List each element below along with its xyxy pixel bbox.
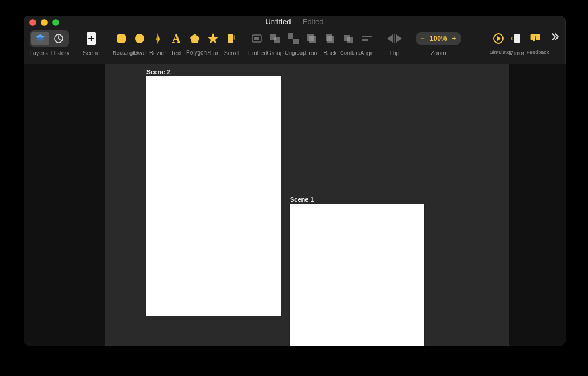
svg-rect-15: [288, 33, 293, 39]
play-circle-icon: [492, 32, 505, 45]
zoom-value[interactable]: 100%: [430, 34, 447, 43]
star-label: Star: [204, 49, 222, 56]
front-label: Front: [303, 49, 320, 56]
scroll-icon: [225, 32, 238, 45]
rectangle-icon: [115, 32, 127, 45]
mirror-label: Mirror: [508, 49, 525, 56]
svg-rect-14: [274, 37, 280, 43]
scene-2-artboard[interactable]: [146, 76, 281, 316]
svg-text:A: A: [172, 32, 181, 45]
oval-icon: [133, 32, 146, 45]
star-icon: [207, 32, 219, 45]
scene-1-artboard[interactable]: [290, 204, 424, 346]
polygon-label: Polygon: [186, 49, 203, 56]
clock-icon: [53, 33, 64, 44]
svg-rect-32: [535, 38, 536, 40]
front-button[interactable]: [303, 30, 320, 47]
scene-label: Scene: [83, 49, 100, 56]
scene-1-label[interactable]: Scene 1: [290, 196, 314, 203]
document-status: — Edited: [293, 17, 324, 26]
svg-rect-10: [234, 35, 235, 40]
fullscreen-window-button[interactable]: [52, 19, 59, 26]
layers-tab[interactable]: [31, 32, 49, 45]
titlebar: Untitled — Edited: [24, 16, 566, 28]
bezier-icon: [152, 32, 164, 45]
back-button[interactable]: [322, 30, 339, 47]
zoom-out-button[interactable]: −: [419, 34, 426, 43]
flip-icon: [386, 33, 403, 44]
group-button[interactable]: [266, 30, 284, 47]
front-icon: [305, 32, 318, 45]
document-title: Untitled: [265, 17, 291, 26]
toolbar-overflow-button[interactable]: [550, 29, 561, 41]
combine-button[interactable]: [340, 30, 357, 47]
ungroup-icon: [287, 32, 300, 45]
zoom-in-button[interactable]: +: [451, 34, 458, 43]
window-controls: [29, 19, 59, 26]
history-tab[interactable]: [49, 32, 68, 45]
back-label: Back: [322, 49, 339, 56]
combine-icon: [342, 32, 355, 45]
svg-rect-4: [117, 34, 126, 43]
panel-segmented-control: [30, 30, 69, 47]
align-icon: [361, 32, 373, 45]
svg-point-5: [135, 34, 144, 43]
svg-marker-26: [396, 34, 402, 43]
group-icon: [269, 32, 281, 45]
embed-button[interactable]: [248, 30, 265, 47]
minimize-window-button[interactable]: [41, 19, 48, 26]
feedback-button[interactable]: [527, 30, 544, 47]
canvas-area[interactable]: Scene 2 Scene 1: [105, 64, 509, 346]
bezier-label: Bezier: [149, 49, 167, 56]
polygon-tool[interactable]: [186, 30, 203, 47]
zoom-label: Zoom: [419, 49, 457, 56]
app-window: Untitled — Edited: [24, 16, 566, 346]
close-window-button[interactable]: [29, 19, 36, 26]
align-label: Align: [358, 49, 376, 56]
text-icon: A: [170, 32, 183, 45]
svg-marker-25: [387, 34, 393, 43]
svg-rect-30: [514, 34, 520, 43]
svg-rect-9: [228, 34, 233, 43]
left-gutter: [24, 64, 105, 346]
add-scene-button[interactable]: [83, 30, 100, 47]
oval-tool[interactable]: [131, 30, 148, 47]
rectangle-label: Rectangle: [113, 49, 130, 56]
toolbar: Layers History Scene: [24, 28, 566, 63]
layers-label: Layers: [29, 49, 48, 56]
svg-marker-8: [208, 33, 218, 44]
embed-icon: [250, 32, 263, 45]
svg-rect-23: [362, 36, 372, 37]
align-button[interactable]: [358, 30, 376, 47]
svg-rect-16: [293, 39, 299, 44]
mirror-icon: [510, 32, 523, 45]
history-label: History: [51, 49, 70, 56]
svg-rect-18: [307, 34, 314, 41]
star-tool[interactable]: [204, 30, 222, 47]
bezier-tool[interactable]: [149, 30, 167, 47]
scene-2-label[interactable]: Scene 2: [146, 68, 171, 75]
combine-label: Combine: [340, 49, 357, 56]
mirror-button[interactable]: [508, 30, 525, 47]
ungroup-button[interactable]: [285, 30, 302, 47]
flip-button[interactable]: [384, 30, 405, 47]
svg-point-31: [535, 36, 536, 37]
text-tool[interactable]: A: [168, 30, 185, 47]
rectangle-tool[interactable]: [113, 30, 130, 47]
simulator-button[interactable]: [490, 30, 507, 47]
scroll-label: Scroll: [223, 49, 240, 56]
svg-rect-20: [327, 36, 334, 43]
group-label: Group: [266, 49, 284, 56]
simulator-label: Simulator: [490, 49, 507, 56]
back-icon: [324, 32, 336, 45]
scene-plus-icon: [85, 31, 98, 46]
svg-marker-29: [497, 36, 501, 41]
text-label: Text: [168, 49, 185, 56]
polygon-icon: [188, 32, 201, 45]
embed-label: Embed: [248, 49, 265, 56]
svg-rect-22: [347, 37, 353, 43]
right-gutter: [509, 64, 566, 346]
feedback-label: Feedback: [527, 49, 544, 56]
scroll-tool[interactable]: [223, 30, 240, 47]
workspace: Scene 2 Scene 1: [24, 64, 566, 346]
